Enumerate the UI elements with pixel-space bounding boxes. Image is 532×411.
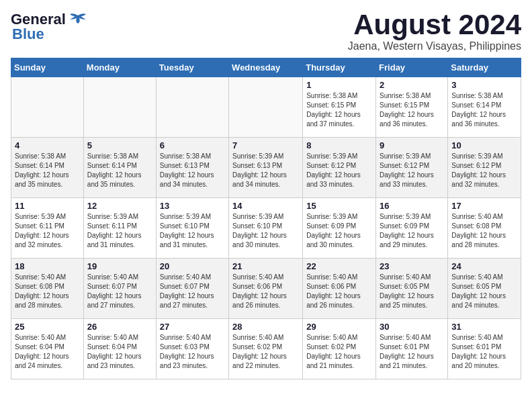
day-info: Sunrise: 5:39 AM Sunset: 6:10 PM Dayligh… xyxy=(160,212,225,250)
day-number: 3 xyxy=(451,80,517,90)
day-info: Sunrise: 5:39 AM Sunset: 6:10 PM Dayligh… xyxy=(232,212,299,250)
day-info: Sunrise: 5:40 AM Sunset: 6:02 PM Dayligh… xyxy=(306,333,372,371)
day-cell: 9Sunrise: 5:39 AM Sunset: 6:12 PM Daylig… xyxy=(376,138,448,198)
day-number: 23 xyxy=(380,261,444,271)
day-info: Sunrise: 5:40 AM Sunset: 6:08 PM Dayligh… xyxy=(15,273,80,310)
day-cell: 28Sunrise: 5:40 AM Sunset: 6:02 PM Dayli… xyxy=(229,319,303,379)
day-cell: 23Sunrise: 5:40 AM Sunset: 6:05 PM Dayli… xyxy=(376,259,448,319)
col-header-saturday: Saturday xyxy=(448,58,521,77)
day-number: 11 xyxy=(15,201,80,211)
day-number: 18 xyxy=(15,261,80,271)
day-cell xyxy=(83,77,156,138)
day-number: 17 xyxy=(451,201,517,211)
day-cell: 29Sunrise: 5:40 AM Sunset: 6:02 PM Dayli… xyxy=(303,319,376,379)
day-cell: 24Sunrise: 5:40 AM Sunset: 6:05 PM Dayli… xyxy=(448,259,521,319)
day-info: Sunrise: 5:40 AM Sunset: 6:03 PM Dayligh… xyxy=(160,333,225,371)
logo-text-blue: Blue xyxy=(11,26,44,43)
day-info: Sunrise: 5:40 AM Sunset: 6:01 PM Dayligh… xyxy=(380,333,444,371)
title-block: August 2024 Jaena, Western Visayas, Phil… xyxy=(348,11,521,52)
day-number: 12 xyxy=(87,201,152,211)
day-info: Sunrise: 5:39 AM Sunset: 6:09 PM Dayligh… xyxy=(306,212,372,250)
header-row: SundayMondayTuesdayWednesdayThursdayFrid… xyxy=(11,58,521,77)
day-number: 16 xyxy=(380,201,444,211)
day-cell xyxy=(229,77,303,138)
col-header-friday: Friday xyxy=(376,58,448,77)
day-cell: 19Sunrise: 5:40 AM Sunset: 6:07 PM Dayli… xyxy=(83,259,156,319)
day-info: Sunrise: 5:40 AM Sunset: 6:08 PM Dayligh… xyxy=(451,212,517,250)
calendar-table: SundayMondayTuesdayWednesdayThursdayFrid… xyxy=(11,58,521,379)
logo: General Blue xyxy=(11,11,87,43)
day-cell: 12Sunrise: 5:39 AM Sunset: 6:11 PM Dayli… xyxy=(83,198,156,259)
day-cell xyxy=(156,77,228,138)
day-cell: 16Sunrise: 5:39 AM Sunset: 6:09 PM Dayli… xyxy=(376,198,448,259)
day-info: Sunrise: 5:38 AM Sunset: 6:15 PM Dayligh… xyxy=(380,91,444,129)
day-info: Sunrise: 5:40 AM Sunset: 6:07 PM Dayligh… xyxy=(160,273,225,310)
day-cell: 15Sunrise: 5:39 AM Sunset: 6:09 PM Dayli… xyxy=(303,198,376,259)
day-cell: 4Sunrise: 5:38 AM Sunset: 6:14 PM Daylig… xyxy=(11,138,84,198)
day-info: Sunrise: 5:39 AM Sunset: 6:09 PM Dayligh… xyxy=(380,212,444,250)
week-row-2: 4Sunrise: 5:38 AM Sunset: 6:14 PM Daylig… xyxy=(11,138,521,198)
col-header-sunday: Sunday xyxy=(11,58,84,77)
day-cell: 11Sunrise: 5:39 AM Sunset: 6:11 PM Dayli… xyxy=(11,198,84,259)
day-cell: 5Sunrise: 5:38 AM Sunset: 6:14 PM Daylig… xyxy=(83,138,156,198)
day-info: Sunrise: 5:38 AM Sunset: 6:14 PM Dayligh… xyxy=(15,152,80,189)
day-number: 20 xyxy=(160,261,225,271)
day-info: Sunrise: 5:38 AM Sunset: 6:14 PM Dayligh… xyxy=(451,91,517,129)
day-cell: 3Sunrise: 5:38 AM Sunset: 6:14 PM Daylig… xyxy=(448,77,521,138)
day-number: 9 xyxy=(380,140,444,150)
day-number: 5 xyxy=(87,140,152,150)
week-row-4: 18Sunrise: 5:40 AM Sunset: 6:08 PM Dayli… xyxy=(11,259,521,319)
day-cell: 14Sunrise: 5:39 AM Sunset: 6:10 PM Dayli… xyxy=(229,198,303,259)
day-info: Sunrise: 5:40 AM Sunset: 6:04 PM Dayligh… xyxy=(87,333,152,371)
day-cell: 20Sunrise: 5:40 AM Sunset: 6:07 PM Dayli… xyxy=(156,259,228,319)
col-header-wednesday: Wednesday xyxy=(229,58,303,77)
day-info: Sunrise: 5:40 AM Sunset: 6:07 PM Dayligh… xyxy=(87,273,152,310)
week-row-3: 11Sunrise: 5:39 AM Sunset: 6:11 PM Dayli… xyxy=(11,198,521,259)
month-title: August 2024 xyxy=(348,11,521,39)
day-number: 19 xyxy=(87,261,152,271)
week-row-5: 25Sunrise: 5:40 AM Sunset: 6:04 PM Dayli… xyxy=(11,319,521,379)
day-cell: 6Sunrise: 5:38 AM Sunset: 6:13 PM Daylig… xyxy=(156,138,228,198)
location: Jaena, Western Visayas, Philippines xyxy=(348,40,521,52)
day-number: 22 xyxy=(306,261,372,271)
day-cell: 25Sunrise: 5:40 AM Sunset: 6:04 PM Dayli… xyxy=(11,319,84,379)
day-info: Sunrise: 5:38 AM Sunset: 6:14 PM Dayligh… xyxy=(87,152,152,189)
day-number: 24 xyxy=(451,261,517,271)
day-info: Sunrise: 5:39 AM Sunset: 6:12 PM Dayligh… xyxy=(380,152,444,189)
day-number: 6 xyxy=(160,140,225,150)
day-info: Sunrise: 5:40 AM Sunset: 6:05 PM Dayligh… xyxy=(380,273,444,310)
day-info: Sunrise: 5:38 AM Sunset: 6:13 PM Dayligh… xyxy=(160,152,225,189)
day-number: 31 xyxy=(451,322,517,332)
col-header-monday: Monday xyxy=(83,58,156,77)
logo-bird-icon xyxy=(69,13,87,26)
day-number: 28 xyxy=(232,322,299,332)
day-cell: 17Sunrise: 5:40 AM Sunset: 6:08 PM Dayli… xyxy=(448,198,521,259)
week-row-1: 1Sunrise: 5:38 AM Sunset: 6:15 PM Daylig… xyxy=(11,77,521,138)
day-number: 4 xyxy=(15,140,80,150)
day-info: Sunrise: 5:39 AM Sunset: 6:11 PM Dayligh… xyxy=(87,212,152,250)
day-number: 25 xyxy=(15,322,80,332)
day-cell xyxy=(11,77,84,138)
day-number: 14 xyxy=(232,201,299,211)
day-info: Sunrise: 5:40 AM Sunset: 6:05 PM Dayligh… xyxy=(451,273,517,310)
day-info: Sunrise: 5:39 AM Sunset: 6:12 PM Dayligh… xyxy=(451,152,517,189)
day-info: Sunrise: 5:38 AM Sunset: 6:15 PM Dayligh… xyxy=(306,91,372,129)
day-cell: 7Sunrise: 5:39 AM Sunset: 6:13 PM Daylig… xyxy=(229,138,303,198)
day-number: 13 xyxy=(160,201,225,211)
col-header-tuesday: Tuesday xyxy=(156,58,228,77)
day-info: Sunrise: 5:39 AM Sunset: 6:11 PM Dayligh… xyxy=(15,212,80,250)
day-number: 27 xyxy=(160,322,225,332)
day-number: 2 xyxy=(380,80,444,90)
day-cell: 31Sunrise: 5:40 AM Sunset: 6:01 PM Dayli… xyxy=(448,319,521,379)
day-info: Sunrise: 5:40 AM Sunset: 6:06 PM Dayligh… xyxy=(232,273,299,310)
day-cell: 26Sunrise: 5:40 AM Sunset: 6:04 PM Dayli… xyxy=(83,319,156,379)
day-number: 21 xyxy=(232,261,299,271)
day-cell: 21Sunrise: 5:40 AM Sunset: 6:06 PM Dayli… xyxy=(229,259,303,319)
day-cell: 27Sunrise: 5:40 AM Sunset: 6:03 PM Dayli… xyxy=(156,319,228,379)
day-number: 15 xyxy=(306,201,372,211)
day-cell: 1Sunrise: 5:38 AM Sunset: 6:15 PM Daylig… xyxy=(303,77,376,138)
day-number: 30 xyxy=(380,322,444,332)
day-number: 1 xyxy=(306,80,372,90)
day-cell: 13Sunrise: 5:39 AM Sunset: 6:10 PM Dayli… xyxy=(156,198,228,259)
day-info: Sunrise: 5:40 AM Sunset: 6:01 PM Dayligh… xyxy=(451,333,517,371)
